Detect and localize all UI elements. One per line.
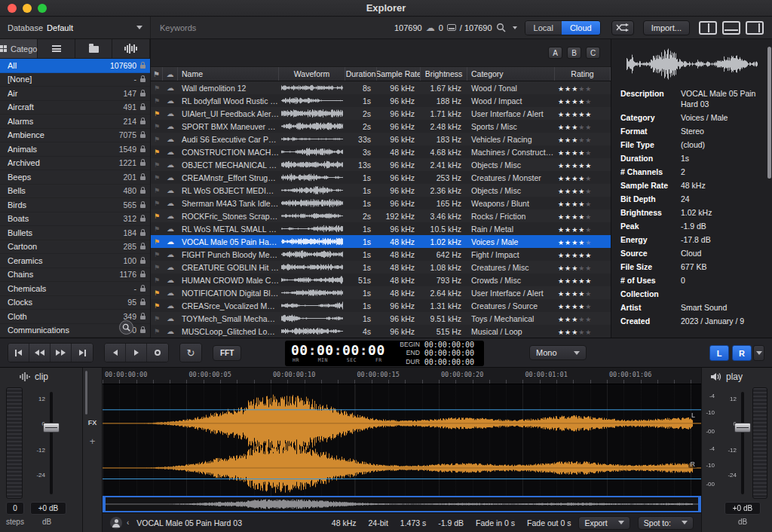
flag-icon[interactable]: ⚑ bbox=[151, 84, 163, 92]
channel-options-button[interactable] bbox=[753, 345, 764, 361]
flag-icon[interactable]: ⚑ bbox=[151, 212, 163, 220]
flag-icon[interactable]: ⚑ bbox=[151, 148, 163, 156]
file-rating[interactable]: ★★★★★ bbox=[555, 327, 611, 336]
rewind-button[interactable] bbox=[29, 344, 51, 362]
sidebar-item-chemicals[interactable]: Chemicals- bbox=[0, 282, 150, 296]
file-rating[interactable]: ★★★★★ bbox=[555, 186, 611, 195]
category-search-button[interactable] bbox=[119, 320, 133, 335]
file-row[interactable]: ⚑☁CREAMnstr_Effort Struggle Mo1s96 kHz25… bbox=[151, 171, 611, 184]
file-row[interactable]: ⚑☁RL WoS OBJECT MEDIUM STO1s96 kHz2.36 k… bbox=[151, 184, 611, 197]
sidebar-item-beeps[interactable]: Beeps201 bbox=[0, 170, 150, 185]
file-rating[interactable]: ★★★★★ bbox=[555, 161, 611, 170]
add-fx-button[interactable]: + bbox=[90, 436, 96, 447]
file-row[interactable]: ⚑☁UIAlert_UI Feedback Alert_SND2s96 kHz1… bbox=[151, 107, 611, 120]
flag-icon[interactable]: ⚑ bbox=[151, 315, 163, 323]
compare-a-button[interactable]: A bbox=[548, 47, 562, 59]
file-rating[interactable]: ★★★★★ bbox=[555, 289, 611, 298]
sidebar-item-ambience[interactable]: Ambience7075 bbox=[0, 129, 150, 143]
file-rating[interactable]: ★★★★★ bbox=[555, 96, 611, 105]
cloud-toggle-button[interactable]: Cloud bbox=[562, 21, 600, 35]
file-row[interactable]: ⚑☁Sherman M4A3 Tank Idle and R1s96 kHz16… bbox=[151, 197, 611, 209]
minimize-window-button[interactable] bbox=[23, 4, 32, 13]
sidebar-item--none-[interactable]: [None]- bbox=[0, 73, 150, 87]
chevron-down-icon[interactable] bbox=[513, 26, 517, 29]
play-button[interactable] bbox=[126, 344, 147, 362]
play-gain-button[interactable]: +0 dB bbox=[725, 502, 761, 515]
loop-button[interactable]: ↻ bbox=[180, 344, 201, 362]
column-header-rating[interactable]: Rating bbox=[555, 67, 611, 81]
sidebar-item-ceramics[interactable]: Ceramics100 bbox=[0, 254, 150, 268]
sidebar-item-animals[interactable]: Animals1549 bbox=[0, 142, 150, 157]
layout-split-horizontal-button[interactable] bbox=[722, 21, 740, 35]
file-rating[interactable]: ★★★★★ bbox=[555, 225, 611, 234]
flag-icon[interactable]: ⚑ bbox=[151, 187, 163, 194]
flag-icon[interactable]: ⚑ bbox=[151, 302, 163, 310]
tab-folders[interactable] bbox=[75, 39, 113, 58]
file-rating[interactable]: ★★★★★ bbox=[555, 199, 611, 208]
clip-fader[interactable]: 120-12-24 bbox=[30, 392, 66, 494]
column-header-waveform[interactable]: Waveform bbox=[279, 67, 345, 81]
previous-button[interactable] bbox=[105, 344, 126, 362]
column-header-name[interactable]: Name bbox=[178, 67, 279, 81]
zoom-window-button[interactable] bbox=[38, 4, 47, 13]
flag-icon[interactable]: ⚑ bbox=[151, 289, 163, 297]
compare-c-button[interactable]: C bbox=[586, 47, 600, 59]
skip-to-end-button[interactable] bbox=[72, 344, 93, 362]
file-rating[interactable]: ★★★★★ bbox=[555, 135, 611, 144]
file-row[interactable]: ⚑☁TOYMech_Small Mechanical Wi1s96 kHz9.5… bbox=[151, 312, 611, 325]
flag-icon[interactable]: ⚑ bbox=[151, 238, 163, 246]
file-rating[interactable]: ★★★★★ bbox=[555, 276, 611, 285]
flag-icon[interactable]: ⚑ bbox=[151, 136, 163, 143]
file-rating[interactable]: ★★★★★ bbox=[555, 237, 611, 246]
database-selector[interactable]: Database Default bbox=[0, 17, 151, 38]
file-rating[interactable]: ★★★★★ bbox=[555, 84, 611, 93]
sidebar-item-aircraft[interactable]: Aircraft491 bbox=[0, 101, 150, 115]
tab-list-view[interactable] bbox=[38, 39, 75, 58]
column-header-category[interactable]: Category bbox=[467, 67, 555, 81]
file-row[interactable]: ⚑☁RL WoS METAL SMALL CHAIN1s96 kHz10.5 k… bbox=[151, 222, 611, 235]
column-header-sample-rate[interactable]: Sample Rate bbox=[377, 67, 421, 81]
file-row[interactable]: ⚑☁FIGHT Punch Bloody Medium L1s48 kHz642… bbox=[151, 248, 611, 261]
collapse-chevron-icon[interactable]: ‹ bbox=[127, 518, 129, 527]
column-header-brightness[interactable]: Brightness bbox=[421, 67, 467, 81]
fx-strip-scrollbar[interactable] bbox=[85, 371, 87, 414]
file-row[interactable]: ⚑☁Wall demolition 128s96 kHz1.67 kHzWood… bbox=[151, 81, 611, 94]
flag-icon[interactable]: ⚑ bbox=[151, 251, 163, 258]
skip-to-start-button[interactable] bbox=[8, 344, 29, 362]
layout-columns-button[interactable] bbox=[699, 21, 717, 35]
sidebar-item-cartoon[interactable]: Cartoon285 bbox=[0, 240, 150, 255]
waveform-view[interactable]: LR bbox=[103, 384, 701, 496]
file-rating[interactable]: ★★★★★ bbox=[555, 148, 611, 157]
sidebar-item-bells[interactable]: Bells480 bbox=[0, 185, 150, 199]
right-channel-button[interactable]: R bbox=[732, 345, 752, 361]
timeline-ruler[interactable]: 00:00:00:0000:00:00:0500:00:00:1000:00:0… bbox=[103, 368, 701, 384]
layout-right-pane-button[interactable] bbox=[746, 21, 764, 35]
file-row[interactable]: ⚑☁ROCKFric_Stones Scrape Jolt 02s192 kHz… bbox=[151, 209, 611, 222]
file-rating[interactable]: ★★★★★ bbox=[555, 301, 611, 310]
file-row[interactable]: ⚑☁VOCAL Male 05 Pain Hard 031s48 kHz1.02… bbox=[151, 235, 611, 248]
flag-icon[interactable]: ⚑ bbox=[151, 110, 163, 118]
file-row[interactable]: ⚑☁CREATURE GOBLIN Hit 03.wav1s48 kHz1.08… bbox=[151, 261, 611, 274]
sidebar-item-all[interactable]: All107690 bbox=[0, 59, 150, 73]
sidebar-item-alarms[interactable]: Alarms214 bbox=[0, 115, 150, 129]
clip-gain-button[interactable]: +0 dB bbox=[30, 502, 66, 515]
file-row[interactable]: ⚑☁Audi S6 Executive Car Passing33s96 kHz… bbox=[151, 133, 611, 145]
file-row[interactable]: ⚑☁CONSTRUCTION MACHINE Drill3s48 kHz4.68… bbox=[151, 145, 611, 158]
flag-icon[interactable]: ⚑ bbox=[151, 174, 163, 182]
column-header-duration[interactable]: Duration bbox=[345, 67, 377, 81]
import-button[interactable]: Import... bbox=[643, 20, 690, 35]
file-row[interactable]: ⚑☁CREASrce_Vocalized Monsters1s96 kHz1.3… bbox=[151, 299, 611, 312]
search-icon[interactable] bbox=[496, 23, 506, 32]
sidebar-item-archived[interactable]: Archived1221 bbox=[0, 157, 150, 171]
sidebar-item-air[interactable]: Air147 bbox=[0, 87, 150, 101]
sidebar-item-bullets[interactable]: Bullets184 bbox=[0, 226, 150, 240]
play-fader-handle[interactable] bbox=[734, 423, 751, 433]
compare-b-button[interactable]: B bbox=[567, 47, 581, 59]
clip-options-icon[interactable] bbox=[110, 517, 122, 529]
spot-to-select[interactable]: Spot to: bbox=[638, 516, 694, 530]
file-row[interactable]: ⚑☁OBJECT MECHANICAL Servo Bl13s96 kHz2.4… bbox=[151, 158, 611, 171]
record-arm-button[interactable] bbox=[147, 344, 168, 362]
flag-icon[interactable]: ⚑ bbox=[151, 264, 163, 271]
flag-icon[interactable]: ⚑ bbox=[151, 200, 163, 207]
sidebar-item-boats[interactable]: Boats312 bbox=[0, 212, 150, 227]
